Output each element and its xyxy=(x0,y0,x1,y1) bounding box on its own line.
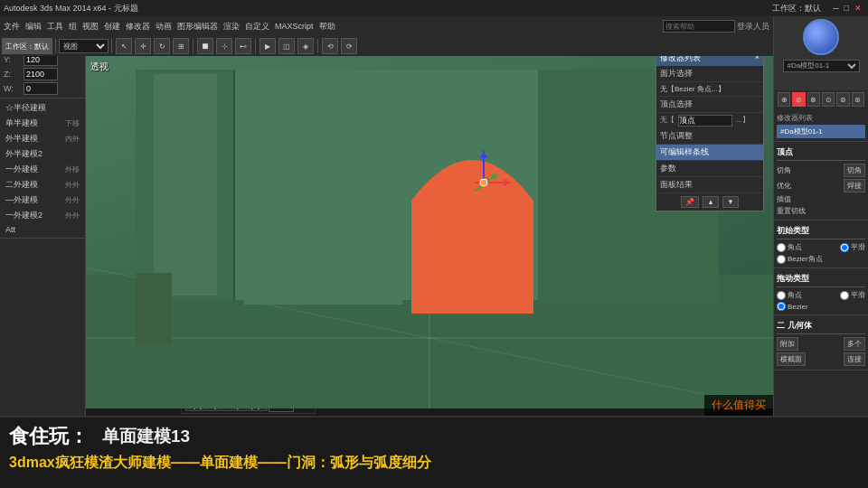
redo-icon[interactable]: ⟳ xyxy=(341,38,357,54)
pin-btn[interactable]: 📌 xyxy=(681,196,699,208)
drag-bezier-label: Bezier xyxy=(777,302,808,311)
menu-file[interactable]: 文件 xyxy=(4,21,20,33)
modify-icon[interactable]: ⊘ xyxy=(792,92,805,107)
float-row-vertex[interactable]: 顶点选择 xyxy=(656,97,763,113)
menu-customize[interactable]: 自定义 xyxy=(245,21,269,33)
menu-outer2-label: 外半建模2 xyxy=(5,148,42,160)
menu-halfradius[interactable]: ☆半径建模 xyxy=(2,100,83,116)
float-row-bezier[interactable]: 无【Bezier 角点...】 xyxy=(656,82,763,97)
w-input[interactable] xyxy=(24,82,58,95)
min-btn[interactable]: ─ xyxy=(833,4,838,13)
svg-point-6 xyxy=(480,179,487,186)
menu-at[interactable]: Att xyxy=(2,223,83,236)
menu-single-sub: 下移 xyxy=(65,118,80,128)
menu-one-outer2-sub: 外外 xyxy=(65,211,80,221)
y-label: Y: xyxy=(4,55,24,64)
menu-one-outer[interactable]: 一外建模 外移 xyxy=(2,162,83,177)
scale-icon[interactable]: ⊞ xyxy=(173,38,189,54)
renderframe-icon[interactable]: ◫ xyxy=(278,38,295,54)
smooth-radio[interactable] xyxy=(840,243,849,252)
float-row-result[interactable]: 面板结果 xyxy=(656,177,763,193)
menu-views[interactable]: 视图 xyxy=(82,21,99,33)
drag-bezier-radio[interactable] xyxy=(777,302,786,311)
separator-4 xyxy=(255,39,256,53)
z-input[interactable] xyxy=(24,68,58,80)
menu-tools[interactable]: 工具 xyxy=(47,21,63,33)
object-dropdown[interactable]: #Da模型01-1 xyxy=(783,60,860,72)
move-icon[interactable]: ✛ xyxy=(135,38,151,54)
search-input[interactable] xyxy=(663,20,735,33)
menu-dash-outer[interactable]: —外建模 外外 xyxy=(2,192,83,208)
viewport-orb xyxy=(803,19,839,55)
bezier-corner-label: Bezier角点 xyxy=(777,254,823,264)
menu-outer2[interactable]: 外半建模2 xyxy=(2,146,83,162)
window-title: Autodesk 3ds Max 2014 x64 - 元标题 xyxy=(4,3,772,14)
menu-render[interactable]: 渲染 xyxy=(223,21,240,33)
menu-edit[interactable]: 编辑 xyxy=(25,21,42,33)
float-panel: 修改器列表 × 面片选择 无【Bezier 角点...】 顶点选择 无【 ...… xyxy=(656,50,764,211)
close-btn[interactable]: ✕ xyxy=(854,4,862,13)
menu-modify[interactable]: 修改器 xyxy=(126,21,150,33)
menu-help[interactable]: 帮助 xyxy=(319,21,335,33)
view-btn[interactable]: ▲ xyxy=(703,196,719,208)
left-inner-wall xyxy=(154,74,217,296)
rotate-icon[interactable]: ↻ xyxy=(154,38,170,54)
workspace-label: 工作区：默认 xyxy=(2,38,52,54)
app-name: 工作区：默认 xyxy=(772,3,821,14)
render-icon[interactable]: ▶ xyxy=(259,38,276,54)
menu-create[interactable]: 创建 xyxy=(104,21,120,33)
float-row-patch[interactable]: 面片选择 xyxy=(656,66,763,82)
create-icon[interactable]: ⊕ xyxy=(778,92,790,107)
float-text-input[interactable] xyxy=(678,115,732,127)
attach-btn[interactable]: 附加 xyxy=(777,337,798,351)
geometry-section: 二 几何体 附加 多个 横截面 连接 xyxy=(774,315,868,371)
bottom-logo: 食住玩： xyxy=(9,423,89,450)
link-icon[interactable]: ⊷ xyxy=(235,38,251,54)
menu-one-outer2[interactable]: 一外建模2 外外 xyxy=(2,208,83,223)
menu-group[interactable]: 组 xyxy=(69,21,77,33)
float-row-spline[interactable]: 可编辑样条线 xyxy=(656,145,763,161)
menu-one-outer-sub: 外移 xyxy=(65,164,80,174)
hide-btn[interactable]: ▼ xyxy=(722,196,739,208)
menu-single[interactable]: 单半建模 下移 xyxy=(2,116,83,131)
menu-outer1[interactable]: 外半建模 内外 xyxy=(2,131,83,146)
undo-icon[interactable]: ⟲ xyxy=(322,38,338,54)
bezier-corner-radio[interactable] xyxy=(777,255,786,264)
window-chrome: Autodesk 3ds Max 2014 x64 - 元标题 工作区：默认 ─… xyxy=(0,0,868,16)
material-icon[interactable]: ◈ xyxy=(297,38,314,54)
menu-at-label: Att xyxy=(5,225,15,234)
cross-btn[interactable]: 横截面 xyxy=(777,352,806,366)
coord-dropdown[interactable]: 视图 xyxy=(59,39,108,53)
select-icon[interactable]: ↖ xyxy=(116,38,132,54)
max-btn[interactable]: □ xyxy=(844,4,849,13)
drag-corner-row: 角点 平滑 xyxy=(777,289,865,301)
modifier-selected[interactable]: #Da模型01-1 xyxy=(777,125,865,138)
menu-two-outer-label: 二外建模 xyxy=(5,179,38,191)
float-row-params[interactable]: 参数 xyxy=(656,161,763,177)
drag-smooth-radio[interactable] xyxy=(840,291,849,300)
corner-radio[interactable] xyxy=(777,243,786,252)
menu-two-outer[interactable]: 二外建模 外外 xyxy=(2,177,83,192)
weld-btn[interactable]: 焊接 xyxy=(844,179,865,192)
snap2-icon[interactable]: ⊹ xyxy=(216,38,232,54)
menu-halfradius-label: ☆半径建模 xyxy=(5,102,46,114)
float-row-node[interactable]: 节点调整 xyxy=(656,128,763,145)
hierarchy-icon[interactable]: ⊗ xyxy=(807,92,820,107)
utility-icon[interactable]: ⊛ xyxy=(852,92,864,107)
bottom-desc: 3dmax疯狂模渣大师建模——单面建模——门洞：弧形与弧度细分 xyxy=(0,452,868,474)
interp-row: 插值 xyxy=(777,193,865,205)
motion-icon[interactable]: ⊙ xyxy=(822,92,835,107)
display-icon[interactable]: ⊚ xyxy=(836,92,849,107)
menu-graph[interactable]: 图形编辑器 xyxy=(177,21,218,33)
connect-btn[interactable]: 连接 xyxy=(844,352,865,366)
drag-smooth-label: 平滑 xyxy=(840,290,865,300)
drag-corner-radio[interactable] xyxy=(777,291,786,300)
shenme-badge: 什么值得买 xyxy=(704,395,773,416)
chamfer-label: 切角 xyxy=(777,165,791,175)
snap-icon[interactable]: 🔲 xyxy=(197,38,213,54)
right-panel: #Da模型01-1 ⊕ ⊘ ⊗ ⊙ ⊚ ⊛ 修改器列表 #Da模型01-1 顶点… xyxy=(773,0,868,488)
menu-maxscript[interactable]: MAXScript xyxy=(275,22,314,31)
menu-animation[interactable]: 动画 xyxy=(156,21,172,33)
attach-multi-btn[interactable]: 多个 xyxy=(844,337,865,351)
chamfer-btn[interactable]: 切角 xyxy=(844,164,865,177)
